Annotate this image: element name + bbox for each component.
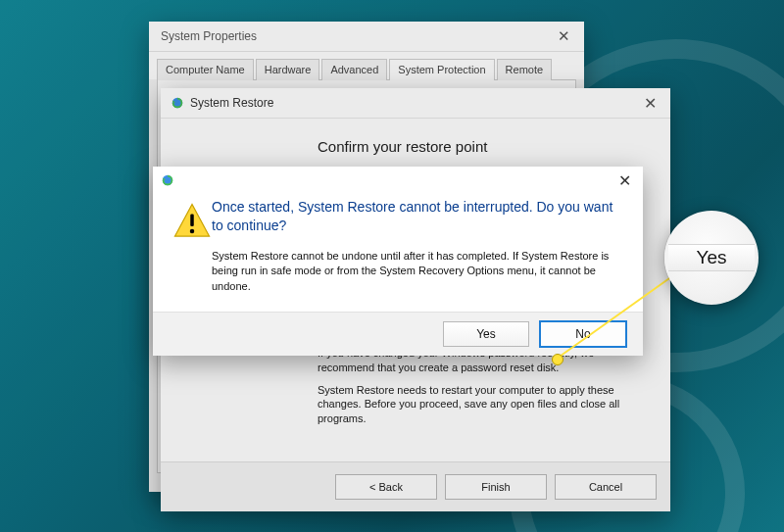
dialog-footer: Yes No — [153, 312, 643, 356]
annotation-callout-label: Yes — [668, 244, 755, 271]
tab-remote[interactable]: Remote — [497, 59, 553, 80]
yes-button[interactable]: Yes — [443, 321, 529, 347]
svg-point-6 — [190, 229, 195, 234]
warning-icon — [172, 230, 212, 244]
wizard-note-restart: System Restore needs to restart your com… — [318, 383, 647, 427]
confirm-dialog-window: ✕ Once started, System Restore cannot be… — [153, 167, 643, 356]
no-button[interactable]: No — [539, 320, 627, 348]
wizard-footer: < Back Finish Cancel — [161, 461, 670, 511]
tab-advanced[interactable]: Advanced — [321, 59, 387, 80]
system-restore-icon — [171, 96, 184, 110]
wizard-heading: Confirm your restore point — [318, 138, 647, 155]
tab-system-protection[interactable]: System Protection — [389, 59, 494, 80]
tab-computer-name[interactable]: Computer Name — [157, 59, 254, 80]
sysprops-titlebar[interactable]: System Properties ✕ — [149, 22, 584, 52]
annotation-origin-dot-icon — [552, 354, 564, 365]
dialog-body-text: System Restore cannot be undone until af… — [212, 249, 617, 294]
close-icon[interactable]: ✕ — [552, 25, 576, 47]
dialog-headline: Once started, System Restore cannot be i… — [212, 198, 617, 235]
back-button[interactable]: < Back — [335, 474, 437, 500]
annotation-callout-bubble: Yes — [664, 211, 759, 305]
wizard-titlebar[interactable]: System Restore ✕ — [161, 88, 670, 119]
wizard-title: System Restore — [190, 96, 273, 110]
finish-button[interactable]: Finish — [445, 474, 547, 500]
dialog-titlebar[interactable]: ✕ — [153, 167, 643, 194]
tab-hardware[interactable]: Hardware — [256, 59, 320, 80]
sysprops-title: System Properties — [161, 29, 257, 43]
cancel-button[interactable]: Cancel — [555, 474, 657, 500]
system-restore-icon — [161, 173, 174, 187]
close-icon[interactable]: ✕ — [638, 92, 662, 115]
close-icon[interactable]: ✕ — [612, 169, 637, 192]
svg-rect-5 — [190, 215, 194, 227]
sysprops-tabstrip: Computer Name Hardware Advanced System P… — [149, 52, 584, 79]
